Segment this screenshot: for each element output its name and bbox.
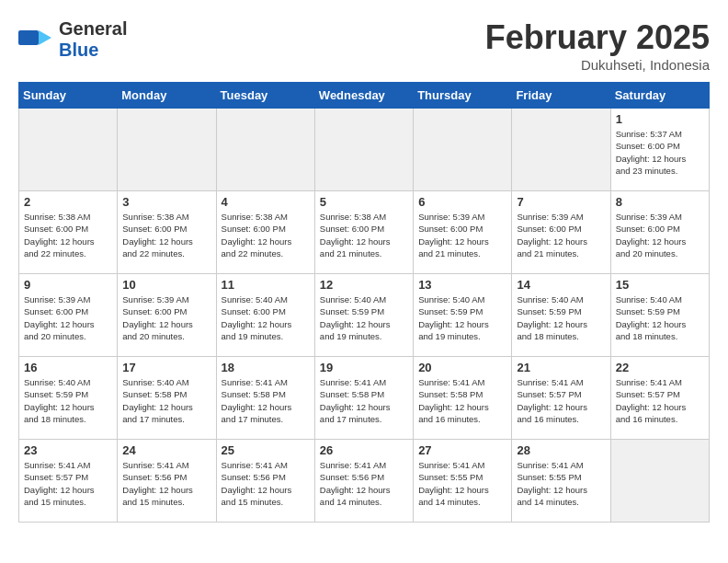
day-cell-4-2: 25Sunrise: 5:41 AM Sunset: 5:56 PM Dayli… [216, 440, 314, 523]
day-cell-2-2: 11Sunrise: 5:40 AM Sunset: 6:00 PM Dayli… [216, 274, 314, 357]
day-cell-3-5: 21Sunrise: 5:41 AM Sunset: 5:57 PM Dayli… [512, 357, 610, 440]
logo-icon [18, 25, 51, 54]
day-cell-3-0: 16Sunrise: 5:40 AM Sunset: 5:59 PM Dayli… [19, 357, 118, 440]
day-number: 26 [320, 443, 408, 457]
col-saturday: Saturday [610, 83, 709, 109]
day-number: 17 [122, 361, 210, 374]
day-info: Sunrise: 5:38 AM Sunset: 6:00 PM Dayligh… [24, 211, 112, 259]
day-cell-0-1 [118, 109, 216, 191]
day-number: 16 [24, 361, 112, 374]
day-number: 6 [418, 195, 506, 209]
day-number: 12 [320, 278, 408, 292]
day-cell-0-4 [414, 109, 512, 191]
day-cell-4-3: 26Sunrise: 5:41 AM Sunset: 5:56 PM Dayli… [314, 440, 413, 523]
day-number: 9 [24, 278, 112, 292]
day-number: 20 [418, 361, 506, 374]
day-cell-3-3: 19Sunrise: 5:41 AM Sunset: 5:58 PM Dayli… [314, 357, 413, 440]
day-info: Sunrise: 5:39 AM Sunset: 6:00 PM Dayligh… [616, 211, 704, 259]
day-cell-4-5: 28Sunrise: 5:41 AM Sunset: 5:55 PM Dayli… [512, 440, 610, 523]
day-number: 10 [122, 278, 210, 292]
day-cell-3-4: 20Sunrise: 5:41 AM Sunset: 5:58 PM Dayli… [414, 357, 512, 440]
day-cell-2-4: 13Sunrise: 5:40 AM Sunset: 5:59 PM Dayli… [414, 274, 512, 357]
month-year-title: February 2025 [485, 18, 710, 57]
day-cell-4-4: 27Sunrise: 5:41 AM Sunset: 5:55 PM Dayli… [414, 440, 512, 523]
day-cell-2-3: 12Sunrise: 5:40 AM Sunset: 5:59 PM Dayli… [314, 274, 413, 357]
day-cell-2-5: 14Sunrise: 5:40 AM Sunset: 5:59 PM Dayli… [512, 274, 610, 357]
day-number: 4 [222, 195, 310, 209]
day-info: Sunrise: 5:39 AM Sunset: 6:00 PM Dayligh… [517, 211, 605, 259]
svg-rect-0 [18, 30, 39, 45]
week-row-4: 16Sunrise: 5:40 AM Sunset: 5:59 PM Dayli… [19, 357, 710, 440]
day-info: Sunrise: 5:40 AM Sunset: 5:59 PM Dayligh… [616, 293, 704, 342]
title-block: February 2025 Dukuhseti, Indonesia [485, 18, 710, 73]
week-row-2: 2Sunrise: 5:38 AM Sunset: 6:00 PM Daylig… [19, 191, 710, 274]
day-number: 22 [616, 361, 704, 374]
day-cell-2-6: 15Sunrise: 5:40 AM Sunset: 5:59 PM Dayli… [610, 274, 709, 357]
day-cell-2-0: 9Sunrise: 5:39 AM Sunset: 6:00 PM Daylig… [19, 274, 118, 357]
day-info: Sunrise: 5:41 AM Sunset: 5:57 PM Dayligh… [517, 376, 605, 425]
day-cell-0-0 [19, 109, 118, 191]
week-row-5: 23Sunrise: 5:41 AM Sunset: 5:57 PM Dayli… [19, 440, 710, 523]
week-row-1: 1Sunrise: 5:37 AM Sunset: 6:00 PM Daylig… [19, 109, 710, 191]
page-header: General Blue February 2025 Dukuhseti, In… [18, 18, 710, 73]
day-info: Sunrise: 5:41 AM Sunset: 5:57 PM Dayligh… [616, 376, 704, 425]
day-cell-1-3: 5Sunrise: 5:38 AM Sunset: 6:00 PM Daylig… [314, 191, 413, 274]
day-number: 28 [517, 443, 605, 457]
day-cell-1-2: 4Sunrise: 5:38 AM Sunset: 6:00 PM Daylig… [216, 191, 314, 274]
day-info: Sunrise: 5:41 AM Sunset: 5:56 PM Dayligh… [222, 459, 310, 508]
location-label: Dukuhseti, Indonesia [485, 57, 710, 73]
day-info: Sunrise: 5:40 AM Sunset: 5:59 PM Dayligh… [418, 293, 506, 342]
day-number: 27 [418, 443, 506, 457]
day-number: 1 [616, 112, 704, 126]
day-number: 2 [24, 195, 112, 209]
col-tuesday: Tuesday [216, 83, 314, 109]
day-number: 21 [517, 361, 605, 374]
day-cell-1-0: 2Sunrise: 5:38 AM Sunset: 6:00 PM Daylig… [19, 191, 118, 274]
logo-text: General Blue [59, 18, 127, 61]
day-info: Sunrise: 5:41 AM Sunset: 5:58 PM Dayligh… [418, 376, 506, 425]
day-info: Sunrise: 5:38 AM Sunset: 6:00 PM Dayligh… [122, 211, 210, 259]
day-info: Sunrise: 5:40 AM Sunset: 5:59 PM Dayligh… [320, 293, 408, 342]
day-number: 18 [222, 361, 310, 374]
col-thursday: Thursday [414, 83, 512, 109]
day-cell-4-0: 23Sunrise: 5:41 AM Sunset: 5:57 PM Dayli… [19, 440, 118, 523]
day-info: Sunrise: 5:38 AM Sunset: 6:00 PM Dayligh… [320, 211, 408, 259]
day-info: Sunrise: 5:41 AM Sunset: 5:55 PM Dayligh… [418, 459, 506, 508]
day-number: 7 [517, 195, 605, 209]
day-info: Sunrise: 5:40 AM Sunset: 5:59 PM Dayligh… [24, 376, 112, 425]
day-number: 5 [320, 195, 408, 209]
day-cell-1-1: 3Sunrise: 5:38 AM Sunset: 6:00 PM Daylig… [118, 191, 216, 274]
day-info: Sunrise: 5:40 AM Sunset: 5:59 PM Dayligh… [517, 293, 605, 342]
logo: General Blue [18, 18, 127, 61]
day-cell-3-1: 17Sunrise: 5:40 AM Sunset: 5:58 PM Dayli… [118, 357, 216, 440]
day-number: 19 [320, 361, 408, 374]
day-info: Sunrise: 5:41 AM Sunset: 5:56 PM Dayligh… [320, 459, 408, 508]
day-info: Sunrise: 5:40 AM Sunset: 5:58 PM Dayligh… [122, 376, 210, 425]
week-row-3: 9Sunrise: 5:39 AM Sunset: 6:00 PM Daylig… [19, 274, 710, 357]
day-number: 15 [616, 278, 704, 292]
day-info: Sunrise: 5:41 AM Sunset: 5:57 PM Dayligh… [24, 459, 112, 508]
day-number: 11 [222, 278, 310, 292]
col-friday: Friday [512, 83, 610, 109]
calendar-header-row: Sunday Monday Tuesday Wednesday Thursday… [19, 83, 710, 109]
day-info: Sunrise: 5:37 AM Sunset: 6:00 PM Dayligh… [616, 128, 704, 177]
day-number: 13 [418, 278, 506, 292]
day-info: Sunrise: 5:41 AM Sunset: 5:58 PM Dayligh… [222, 376, 310, 425]
day-cell-0-5 [512, 109, 610, 191]
day-cell-0-2 [216, 109, 314, 191]
svg-marker-1 [39, 30, 51, 45]
day-cell-2-1: 10Sunrise: 5:39 AM Sunset: 6:00 PM Dayli… [118, 274, 216, 357]
day-number: 24 [122, 443, 210, 457]
day-number: 25 [222, 443, 310, 457]
day-cell-1-4: 6Sunrise: 5:39 AM Sunset: 6:00 PM Daylig… [414, 191, 512, 274]
day-number: 14 [517, 278, 605, 292]
day-number: 23 [24, 443, 112, 457]
day-info: Sunrise: 5:41 AM Sunset: 5:56 PM Dayligh… [122, 459, 210, 508]
day-info: Sunrise: 5:41 AM Sunset: 5:55 PM Dayligh… [517, 459, 605, 508]
day-cell-3-6: 22Sunrise: 5:41 AM Sunset: 5:57 PM Dayli… [610, 357, 709, 440]
calendar-table: Sunday Monday Tuesday Wednesday Thursday… [18, 82, 710, 523]
day-cell-4-6 [610, 440, 709, 523]
col-wednesday: Wednesday [314, 83, 413, 109]
day-cell-3-2: 18Sunrise: 5:41 AM Sunset: 5:58 PM Dayli… [216, 357, 314, 440]
day-cell-1-5: 7Sunrise: 5:39 AM Sunset: 6:00 PM Daylig… [512, 191, 610, 274]
